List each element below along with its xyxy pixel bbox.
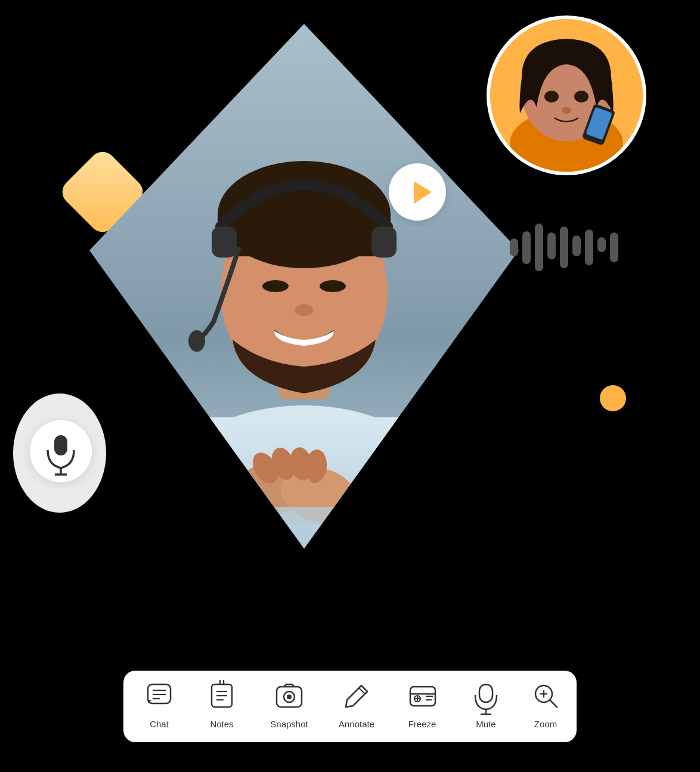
- svg-point-12: [295, 304, 313, 316]
- svg-point-30: [574, 91, 589, 103]
- svg-point-11: [320, 280, 346, 292]
- svg-rect-39: [572, 235, 581, 256]
- snapshot-label: Snapshot: [270, 719, 308, 729]
- svg-point-31: [562, 107, 571, 114]
- svg-rect-42: [610, 232, 618, 262]
- svg-rect-9: [218, 209, 391, 256]
- svg-point-15: [188, 330, 205, 352]
- svg-point-29: [544, 91, 559, 103]
- decorative-circle-right: [600, 385, 626, 411]
- svg-rect-13: [212, 227, 237, 258]
- zoom-label: Zoom: [534, 719, 557, 729]
- mute-label: Mute: [476, 719, 495, 729]
- svg-rect-35: [522, 231, 531, 264]
- svg-rect-40: [585, 230, 593, 265]
- svg-rect-38: [560, 227, 568, 268]
- freeze-label: Freeze: [408, 719, 436, 729]
- chat-label: Chat: [150, 719, 169, 729]
- svg-rect-37: [547, 232, 556, 259]
- svg-rect-14: [371, 227, 397, 258]
- main-scene: Chat Notes Snapshot Annotate Freeze: [0, 0, 700, 772]
- notes-label: Notes: [210, 719, 233, 729]
- svg-rect-41: [597, 237, 606, 252]
- svg-rect-34: [510, 238, 518, 256]
- mic-icon: [54, 435, 67, 455]
- svg-point-55: [287, 695, 292, 699]
- annotate-label: Annotate: [339, 719, 374, 729]
- svg-point-10: [262, 280, 289, 292]
- svg-rect-36: [535, 224, 543, 271]
